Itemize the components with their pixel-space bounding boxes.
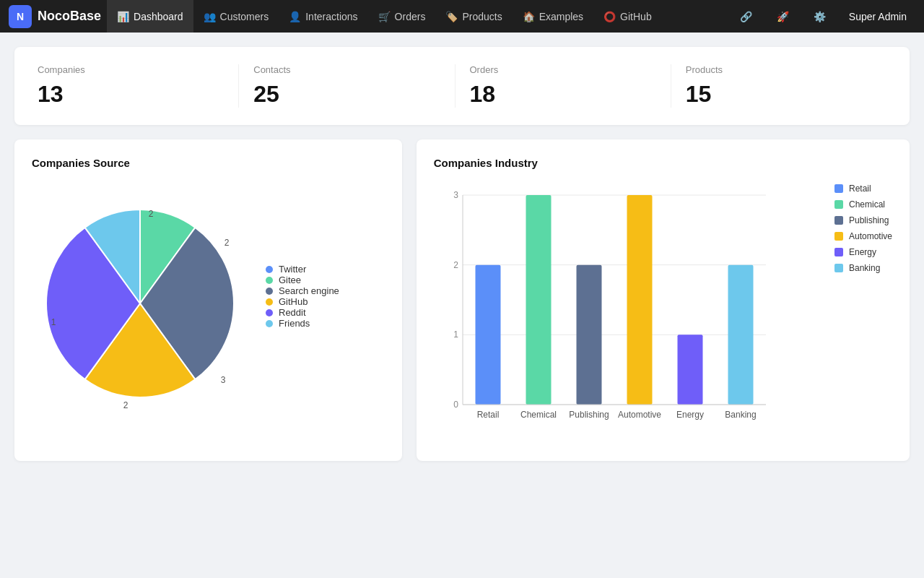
logo-icon: N	[9, 5, 32, 28]
logo-text: NocoBase	[38, 9, 101, 24]
bar-legend: Retail Chemical Publishing Automotive En…	[834, 181, 892, 444]
svg-text:2: 2	[123, 400, 128, 410]
pie-chart-title: Companies Source	[32, 157, 385, 169]
orders-icon: 🛒	[378, 11, 391, 22]
logo[interactable]: N NocoBase	[9, 5, 101, 28]
legend-dot	[266, 266, 273, 273]
nav-item-github[interactable]: ⭕ GitHub	[593, 0, 662, 33]
stat-orders: Orders 18	[456, 64, 671, 108]
nav-label-github: GitHub	[620, 11, 652, 22]
dashboard-icon: 📊	[117, 11, 129, 22]
link-icon: 🔗	[740, 11, 752, 22]
svg-text:1: 1	[453, 329, 458, 340]
bar-legend-item: Retail	[834, 184, 892, 194]
svg-text:Automotive: Automotive	[618, 410, 661, 420]
bar-legend-box	[834, 232, 843, 241]
stat-orders-value: 18	[470, 81, 656, 108]
bar-legend-item: Banking	[834, 263, 892, 273]
pie-container: 2 2 3 2 1 Twitter Gitee Search engine Gi…	[32, 181, 385, 412]
legend-item: Twitter	[266, 264, 339, 275]
nav-label-dashboard: Dashboard	[134, 11, 183, 22]
bar-chart-title: Companies Industry	[434, 157, 892, 169]
svg-text:1: 1	[51, 317, 56, 327]
svg-text:Energy: Energy	[676, 410, 704, 420]
nav-right: 🔗 🚀 ⚙️ Super Admin	[730, 0, 915, 33]
legend-dot	[266, 320, 273, 327]
nav-settings-icon[interactable]: ⚙️	[803, 0, 836, 33]
bar-chart-container: 0123RetailChemicalPublishingAutomotiveEn…	[434, 181, 892, 444]
svg-text:3: 3	[221, 375, 226, 385]
bar-legend-label: Publishing	[849, 215, 889, 225]
svg-text:2: 2	[149, 209, 154, 219]
admin-label: Super Admin	[840, 11, 915, 22]
bar-legend-item: Automotive	[834, 231, 892, 241]
bar-legend-box	[834, 264, 843, 272]
stat-orders-label: Orders	[470, 64, 656, 75]
stat-products-label: Products	[686, 64, 872, 75]
svg-rect-23	[728, 265, 753, 405]
svg-text:2: 2	[453, 260, 458, 270]
bar-svg: 0123RetailChemicalPublishingAutomotiveEn…	[434, 181, 780, 441]
rocket-icon: 🚀	[777, 11, 789, 22]
legend-item: Gitee	[266, 275, 339, 285]
nav-item-products[interactable]: 🏷️ Products	[435, 0, 512, 33]
bar-legend-box	[834, 248, 843, 256]
stat-companies-label: Companies	[38, 64, 224, 75]
legend-item: Reddit	[266, 307, 339, 318]
bar-legend-label: Automotive	[849, 231, 892, 241]
stat-products: Products 15	[671, 64, 886, 108]
svg-text:Retail: Retail	[476, 410, 499, 420]
bar-chart-card: Companies Industry 0123RetailChemicalPub…	[417, 139, 910, 461]
pie-chart-card: Companies Source 2 2 3 2 1 Twitter Gitee	[14, 139, 402, 461]
pie-legend: Twitter Gitee Search engine GitHub Reddi…	[266, 264, 339, 329]
nav-label-orders: Orders	[395, 11, 426, 22]
nav-link-icon[interactable]: 🔗	[730, 0, 762, 33]
nav-item-interactions[interactable]: 👤 Interactions	[279, 0, 367, 33]
svg-text:0: 0	[453, 400, 458, 410]
bar-legend-item: Energy	[834, 247, 892, 257]
nav-label-customers: Customers	[220, 11, 269, 22]
legend-dot	[266, 277, 273, 284]
legend-dot	[266, 309, 273, 316]
nav-label-examples: Examples	[539, 11, 583, 22]
legend-item: GitHub	[266, 296, 339, 307]
bar-chart-area: 0123RetailChemicalPublishingAutomotiveEn…	[434, 181, 823, 444]
github-icon: ⭕	[603, 11, 616, 22]
nav-item-examples[interactable]: 🏠 Examples	[513, 0, 593, 33]
bar-legend-label: Energy	[849, 247, 876, 257]
nav-item-customers[interactable]: 👥 Customers	[193, 0, 279, 33]
legend-item: Search engine	[266, 285, 339, 296]
bar-legend-box	[834, 216, 843, 225]
stat-contacts-label: Contacts	[253, 64, 440, 75]
nav-item-orders[interactable]: 🛒 Orders	[368, 0, 436, 33]
svg-rect-15	[526, 195, 551, 405]
nav-label-products: Products	[462, 11, 502, 22]
bar-legend-item: Publishing	[834, 215, 892, 225]
customers-icon: 👥	[204, 11, 216, 22]
svg-rect-13	[475, 265, 500, 405]
bar-legend-item: Chemical	[834, 199, 892, 210]
legend-dot	[266, 288, 273, 295]
stat-companies: Companies 13	[38, 64, 239, 108]
legend-item: Friends	[266, 318, 339, 329]
examples-icon: 🏠	[523, 11, 535, 22]
svg-text:Chemical: Chemical	[520, 410, 557, 420]
navbar: N NocoBase 📊 Dashboard 👥 Customers 👤 Int…	[0, 0, 924, 33]
legend-label: Twitter	[279, 264, 306, 275]
stat-contacts-value: 25	[253, 81, 440, 108]
bar-legend-label: Chemical	[849, 199, 885, 210]
nav-rocket-icon[interactable]: 🚀	[767, 0, 799, 33]
pie-svg: 2 2 3 2 1	[32, 181, 248, 412]
svg-text:3: 3	[453, 190, 458, 200]
legend-dot	[266, 298, 273, 306]
bar-legend-label: Retail	[849, 184, 871, 194]
legend-label: Gitee	[279, 275, 301, 285]
bar-legend-box	[834, 200, 843, 209]
svg-text:Publishing: Publishing	[569, 410, 609, 420]
nav-item-dashboard[interactable]: 📊 Dashboard	[107, 0, 193, 33]
svg-text:Banking: Banking	[725, 410, 756, 420]
settings-icon: ⚙️	[814, 11, 826, 22]
svg-rect-19	[627, 195, 652, 405]
legend-label: GitHub	[279, 296, 308, 307]
svg-rect-21	[677, 335, 702, 405]
